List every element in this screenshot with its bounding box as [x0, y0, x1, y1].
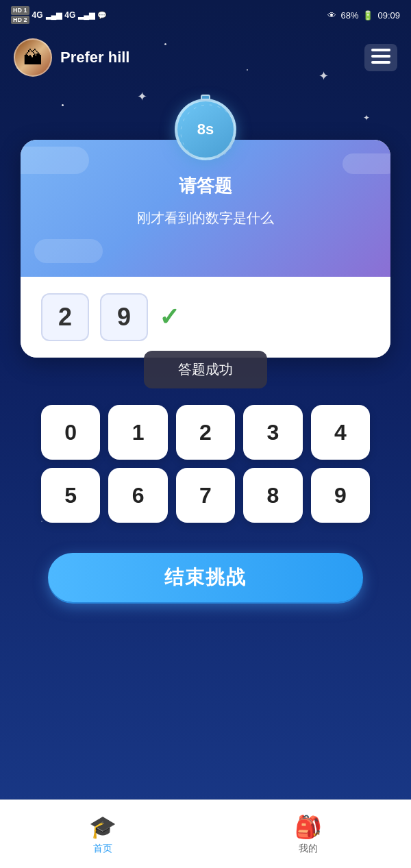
- num-btn-0[interactable]: 0: [41, 405, 100, 460]
- status-right: 👁 68% 🔋 09:09: [327, 10, 400, 21]
- home-icon: 🎓: [89, 814, 116, 840]
- menu-icon: [371, 49, 390, 67]
- status-bar: HD 1 HD 2 4G ▂▄▆ 4G ▂▄▆ 💬 👁 68% 🔋 09:09: [0, 0, 411, 30]
- status-left: HD 1 HD 2 4G ▂▄▆ 4G ▂▄▆ 💬: [11, 6, 107, 25]
- num-btn-3[interactable]: 3: [243, 405, 302, 460]
- timer-top: [201, 95, 210, 100]
- signal-bars-1: ▂▄▆: [46, 11, 62, 20]
- profile-icon: 🎒: [295, 814, 322, 840]
- avatar: 🏔: [14, 38, 52, 77]
- answer-digit-2: 9: [100, 293, 148, 341]
- wechat-icon: 💬: [97, 11, 107, 20]
- battery-percent: 68%: [340, 10, 358, 21]
- numpad-row-2: 5 6 7 8 9: [41, 468, 370, 523]
- nav-item-profile[interactable]: 🎒 我的: [206, 800, 411, 868]
- signal-bars-2: ▂▄▆: [78, 11, 95, 20]
- num-btn-7[interactable]: 7: [176, 468, 235, 523]
- num-btn-6[interactable]: 6: [108, 468, 167, 523]
- svg-rect-2: [371, 61, 390, 64]
- nav-item-home[interactable]: 🎓 首页: [0, 800, 206, 868]
- num-btn-1[interactable]: 1: [108, 405, 167, 460]
- num-btn-5[interactable]: 5: [41, 468, 100, 523]
- num-btn-4[interactable]: 4: [311, 405, 370, 460]
- clock: 09:09: [377, 10, 400, 21]
- menu-button[interactable]: [364, 44, 397, 71]
- svg-point-5: [181, 105, 236, 160]
- eye-icon: 👁: [327, 10, 336, 21]
- timer-wrapper: 8s: [21, 99, 390, 160]
- svg-rect-4: [385, 55, 390, 58]
- success-toast: 答题成功: [21, 351, 390, 388]
- num-btn-9[interactable]: 9: [311, 468, 370, 523]
- toast-box: 答题成功: [144, 351, 267, 388]
- signal-4g-2: 4G: [64, 10, 75, 20]
- svg-rect-3: [385, 49, 390, 51]
- signal-4g-1: 4G: [32, 10, 43, 20]
- main-content: 8s 请答题 刚才看到的数字是什么 2 9 ✓ 答题成功 0 1 2 3 4: [0, 85, 411, 636]
- end-btn-wrapper: 结束挑战: [21, 539, 390, 623]
- battery-icon: 🔋: [362, 10, 373, 21]
- cloud-deco-3: [34, 239, 103, 263]
- checkmark-icon: ✓: [159, 303, 179, 332]
- timer-circle: 8s: [175, 99, 236, 160]
- question-title: 请答题: [41, 174, 370, 198]
- bottom-nav: 🎓 首页 🎒 我的: [0, 799, 411, 868]
- question-text: 刚才看到的数字是什么: [41, 209, 370, 227]
- question-card: 请答题 刚才看到的数字是什么 2 9 ✓: [21, 140, 390, 358]
- end-challenge-button[interactable]: 结束挑战: [48, 553, 363, 602]
- header: 🏔 Prefer hill: [0, 30, 411, 85]
- answer-digit-1: 2: [41, 293, 89, 341]
- answer-area: 2 9 ✓: [21, 277, 390, 358]
- profile-label: 我的: [299, 843, 318, 855]
- num-btn-8[interactable]: 8: [243, 468, 302, 523]
- home-label: 首页: [93, 843, 112, 855]
- num-btn-2[interactable]: 2: [176, 405, 235, 460]
- numpad: 0 1 2 3 4 5 6 7 8 9: [21, 388, 390, 539]
- user-name: Prefer hill: [60, 49, 129, 66]
- numpad-row-1: 0 1 2 3 4: [41, 405, 370, 460]
- user-info: 🏔 Prefer hill: [14, 38, 129, 77]
